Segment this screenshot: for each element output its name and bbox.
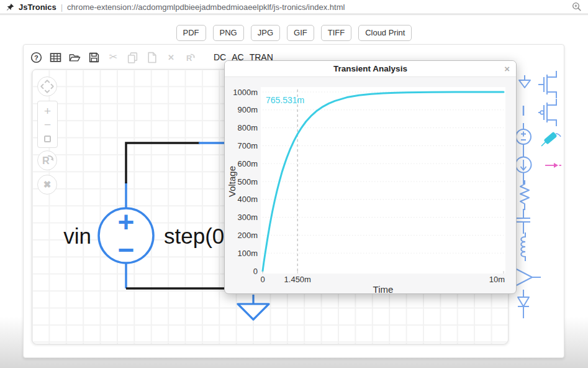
delete-icon: ✕ <box>165 52 177 63</box>
rotate-icon: R <box>184 52 196 63</box>
y-tick-label: 1000m <box>233 88 258 97</box>
zoom-fit-button[interactable] <box>38 132 57 144</box>
export-jpg-button[interactable]: JPG <box>251 25 280 41</box>
analysis-dc-button[interactable]: DC <box>214 52 226 62</box>
x-axis-title: Time <box>373 284 394 294</box>
component-current-probe-icon[interactable] <box>545 160 562 170</box>
page-url: chrome-extension://acdomgmlpdbieejadmbed… <box>67 2 568 12</box>
y-axis-title: Voltage <box>227 166 237 197</box>
paste-icon <box>146 52 158 63</box>
open-file-icon[interactable] <box>69 52 81 63</box>
y-tick-label: 400m <box>237 195 258 204</box>
pushpin-icon <box>6 3 14 11</box>
y-tick-label: 0 <box>253 267 258 276</box>
pan-arrows-icon <box>39 78 55 94</box>
cursor-value-label: 765.531m <box>266 95 304 105</box>
component-resistor-icon[interactable] <box>517 180 532 210</box>
ground-symbol[interactable] <box>238 295 269 320</box>
zoom-out-button[interactable]: − <box>38 119 57 131</box>
export-toolbar: PDFPNGJPGGIFTIFFCloud Print <box>0 25 588 41</box>
component-ground-icon[interactable] <box>517 75 533 91</box>
export-png-button[interactable]: PNG <box>213 25 244 41</box>
dialog-header[interactable]: Transient Analysis × <box>225 61 516 77</box>
svg-text:?: ? <box>34 53 38 61</box>
component-wire-icon[interactable] <box>521 105 526 116</box>
export-pdf-button[interactable]: PDF <box>176 25 206 41</box>
zoom-in-button[interactable]: + <box>38 105 57 117</box>
magnifier-zoom-icon[interactable] <box>572 2 582 12</box>
copy-icon <box>127 52 138 63</box>
x-tick-label: 10m <box>489 275 505 284</box>
component-current-source-icon[interactable] <box>515 152 532 184</box>
close-icon[interactable]: × <box>504 63 510 74</box>
wire-bottom[interactable] <box>126 263 228 288</box>
y-tick-label: 700m <box>237 141 258 150</box>
export-cloud-print-button[interactable]: Cloud Print <box>358 25 412 41</box>
component-nmos-transistor-icon[interactable] <box>538 70 558 99</box>
pan-tool-button[interactable] <box>37 76 57 96</box>
transient-analysis-dialog: Transient Analysis × 765.531m0100m200m30… <box>224 60 517 294</box>
component-capacitor-icon[interactable] <box>515 209 532 234</box>
component-opamp-icon[interactable] <box>513 266 541 288</box>
cut-icon: ✂ <box>107 52 119 63</box>
svg-text:R: R <box>42 155 50 167</box>
fit-rect-icon <box>44 136 51 142</box>
y-tick-label: 900m <box>237 105 258 114</box>
y-tick-label: 300m <box>237 213 258 222</box>
title-url-divider: | <box>61 2 63 12</box>
x-delete-icon: ✖ <box>43 179 52 190</box>
y-tick-label: 600m <box>237 159 258 168</box>
rotate-icon: R <box>39 152 55 168</box>
x-tick-label: 0 <box>260 275 265 284</box>
component-diode-icon[interactable] <box>515 290 532 320</box>
x-tick-label: 1.450m <box>284 275 311 284</box>
zoom-controls: + − <box>37 101 58 148</box>
y-tick-label: 500m <box>237 177 258 186</box>
component-inductor-icon[interactable] <box>517 232 532 261</box>
transient-chart[interactable]: 765.531m0100m200m300m400m500m600m700m800… <box>225 77 517 294</box>
dialog-title: Transient Analysis <box>333 64 407 73</box>
export-tiff-button[interactable]: TIFF <box>321 25 351 41</box>
source-value-label: step(0, <box>164 224 230 248</box>
component-pmos-transistor-icon[interactable] <box>538 98 558 127</box>
grid-icon[interactable] <box>50 52 61 63</box>
y-tick-label: 100m <box>237 249 258 258</box>
export-gif-button[interactable]: GIF <box>287 25 314 41</box>
help-icon[interactable]: ? <box>30 52 42 63</box>
y-tick-label: 200m <box>237 231 258 240</box>
source-name-label: vin <box>63 224 91 248</box>
delete-selection-button[interactable]: ✖ <box>37 175 57 195</box>
app-title: JsTronics <box>19 2 57 12</box>
rotate-selection-button[interactable]: R <box>37 150 57 170</box>
wire-top[interactable] <box>126 143 228 208</box>
minus-polarity-label: − <box>118 234 135 266</box>
component-probe-icon[interactable] <box>540 128 562 148</box>
y-tick-label: 800m <box>237 123 258 132</box>
save-icon[interactable] <box>88 52 100 63</box>
voltage-source-vin[interactable]: + − <box>99 206 153 266</box>
browser-header: JsTronics | chrome-extension://acdomgmlp… <box>0 0 588 14</box>
